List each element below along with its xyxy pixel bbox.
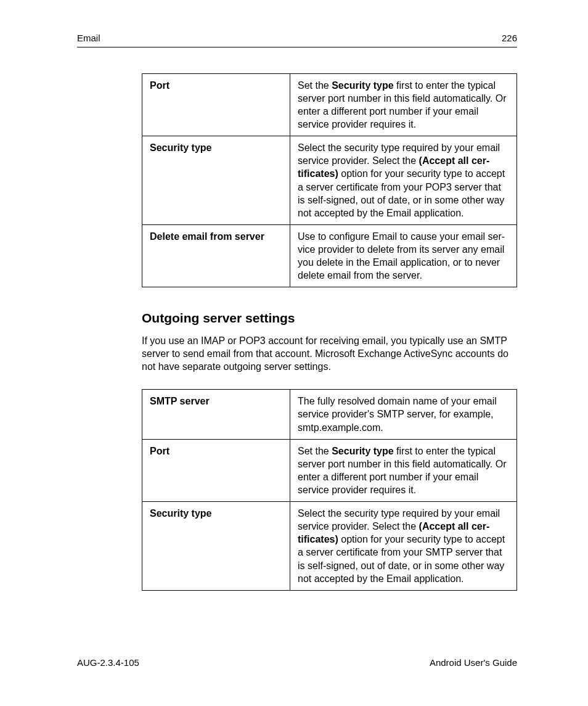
section-intro: If you use an IMAP or POP3 account for r… — [142, 334, 517, 373]
header-section: Email — [77, 32, 100, 44]
setting-description: The fully resolved domain name of your e… — [290, 390, 517, 439]
setting-description: Use to configure Email to cause your ema… — [290, 224, 517, 287]
setting-description: Select the security type required by you… — [290, 502, 517, 591]
table-row: Port Set the Security type first to ente… — [142, 439, 517, 501]
header-page-number: 226 — [502, 32, 517, 44]
page: Email 226 Port Set the Security type fir… — [0, 0, 588, 706]
running-footer: AUG-2.3.4-105 Android User's Guide — [77, 657, 517, 669]
setting-label: Port — [142, 73, 290, 136]
table-row: Port Set the Security type first to ente… — [142, 73, 517, 136]
desc-bold: Security type — [332, 446, 393, 456]
desc-text: Set the — [298, 446, 332, 456]
section-heading: Outgoing server settings — [142, 310, 517, 327]
desc-text: The fully resolved domain name of your e… — [298, 396, 497, 432]
setting-label: Security type — [142, 502, 290, 591]
incoming-settings-table: Port Set the Security type first to ente… — [142, 73, 517, 288]
running-header: Email 226 — [77, 32, 517, 47]
setting-label: Delete email from server — [142, 224, 290, 287]
content-area: Port Set the Security type first to ente… — [77, 73, 517, 591]
setting-label: SMTP server — [142, 390, 290, 439]
table-row: SMTP server The fully resolved domain na… — [142, 390, 517, 439]
table-row: Security type Select the security type r… — [142, 502, 517, 591]
setting-label: Security type — [142, 136, 290, 225]
outgoing-settings-table: SMTP server The fully resolved domain na… — [142, 389, 517, 590]
desc-bold: Security type — [332, 80, 393, 91]
desc-text: Set the — [298, 80, 332, 91]
setting-description: Set the Security type first to enter the… — [290, 439, 517, 501]
footer-doc-id: AUG-2.3.4-105 — [77, 657, 139, 669]
table-row: Delete email from server Use to configur… — [142, 224, 517, 287]
setting-description: Select the security type required by you… — [290, 136, 517, 225]
footer-doc-title: Android User's Guide — [430, 657, 517, 669]
setting-description: Set the Security type first to enter the… — [290, 73, 517, 136]
desc-text: Use to configure Email to cause your ema… — [298, 231, 505, 281]
setting-label: Port — [142, 439, 290, 501]
table-row: Security type Select the security type r… — [142, 136, 517, 225]
